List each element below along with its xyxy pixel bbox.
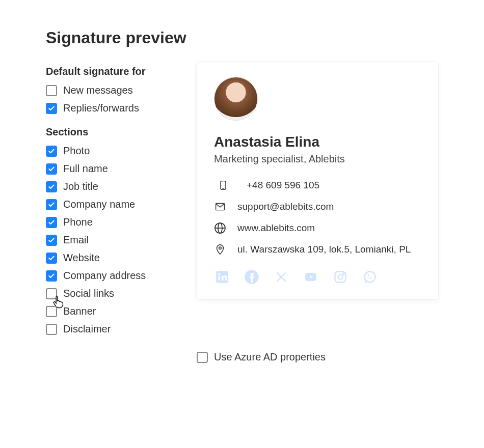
section-social-links-label: Social links: [63, 288, 114, 299]
section-full-name-label: Full name: [63, 163, 108, 175]
section-photo[interactable]: Photo: [46, 145, 178, 157]
section-job-title-label: Job title: [63, 181, 98, 192]
section-email-label: Email: [63, 234, 89, 246]
section-social-links-checkbox[interactable]: [46, 288, 57, 299]
defaults-list: New messagesReplies/forwards: [46, 85, 178, 114]
whatsapp-icon[interactable]: [362, 269, 378, 285]
sections-heading: Sections: [46, 126, 178, 138]
section-job-title[interactable]: Job title: [46, 181, 178, 192]
x-icon[interactable]: [273, 269, 289, 285]
section-company-address-checkbox[interactable]: [46, 270, 57, 282]
default-replies-forwards[interactable]: Replies/forwards: [46, 102, 178, 114]
section-email[interactable]: Email: [46, 234, 178, 246]
contact-address-row: ul. Warszawska 109, lok.5, Lomianki, PL: [214, 243, 421, 256]
section-disclaimer-label: Disclaimer: [63, 323, 111, 335]
default-replies-forwards-checkbox[interactable]: [46, 103, 57, 114]
section-company-name[interactable]: Company name: [46, 199, 178, 210]
instagram-icon[interactable]: [332, 269, 348, 285]
contact-address: ul. Warszawska 109, lok.5, Lomianki, PL: [237, 244, 411, 255]
svg-point-15: [365, 272, 375, 283]
location-icon: [214, 243, 226, 256]
section-photo-checkbox[interactable]: [46, 146, 57, 157]
phone-icon: [217, 179, 229, 191]
globe-icon: [214, 222, 226, 234]
section-banner-checkbox[interactable]: [46, 306, 57, 317]
svg-point-14: [343, 273, 344, 274]
section-company-name-checkbox[interactable]: [46, 199, 57, 210]
section-company-address[interactable]: Company address: [46, 270, 178, 282]
section-phone-checkbox[interactable]: [46, 217, 57, 228]
linkedin-icon[interactable]: [214, 269, 230, 285]
section-full-name-checkbox[interactable]: [46, 163, 57, 175]
section-banner-label: Banner: [63, 305, 96, 317]
default-replies-forwards-label: Replies/forwards: [63, 102, 139, 114]
svg-rect-8: [218, 276, 220, 281]
youtube-icon[interactable]: [303, 269, 319, 285]
avatar: [214, 77, 258, 121]
social-links-row: [214, 269, 421, 285]
section-photo-label: Photo: [63, 145, 90, 157]
section-phone[interactable]: Phone: [46, 216, 178, 228]
svg-point-9: [218, 273, 220, 275]
facebook-icon[interactable]: [244, 269, 260, 285]
section-full-name[interactable]: Full name: [46, 163, 178, 175]
azure-ad-checkbox[interactable]: [197, 352, 208, 363]
email-icon: [214, 201, 226, 213]
layout-columns: Default signature for New messagesReplie…: [46, 62, 438, 341]
default-new-messages[interactable]: New messages: [46, 85, 178, 96]
contact-email: support@ablebits.com: [237, 201, 334, 212]
section-job-title-checkbox[interactable]: [46, 181, 57, 192]
svg-point-13: [338, 274, 342, 279]
azure-ad-checkbox-row[interactable]: Use Azure AD properties: [197, 351, 438, 363]
section-phone-label: Phone: [63, 216, 93, 228]
section-disclaimer[interactable]: Disclaimer: [46, 323, 178, 335]
contact-email-row: support@ablebits.com: [214, 201, 421, 213]
sections-list: PhotoFull nameJob titleCompany namePhone…: [46, 145, 178, 335]
section-company-name-label: Company name: [63, 199, 135, 210]
sidebar: Default signature for New messagesReplie…: [46, 62, 178, 341]
signature-preview-card: Anastasia Elina Marketing specialist, Ab…: [197, 62, 438, 299]
contact-name: Anastasia Elina: [214, 134, 421, 150]
section-company-address-label: Company address: [63, 270, 146, 282]
section-website-label: Website: [63, 252, 100, 264]
contact-phone: +48 609 596 105: [247, 180, 319, 191]
contact-role: Marketing specialist, Ablebits: [214, 153, 421, 165]
section-banner[interactable]: Banner: [46, 305, 178, 317]
section-website-checkbox[interactable]: [46, 253, 57, 264]
defaults-heading: Default signature for: [46, 66, 178, 77]
contact-phone-row: +48 609 596 105: [214, 179, 421, 191]
page-title: Signature preview: [46, 29, 438, 47]
azure-ad-label: Use Azure AD properties: [214, 351, 326, 363]
default-new-messages-checkbox[interactable]: [46, 85, 57, 96]
section-disclaimer-checkbox[interactable]: [46, 324, 57, 335]
section-website[interactable]: Website: [46, 252, 178, 264]
section-social-links[interactable]: Social links: [46, 288, 178, 299]
signature-preview-panel: Signature preview Default signature for …: [20, 10, 459, 378]
section-email-checkbox[interactable]: [46, 235, 57, 246]
default-new-messages-label: New messages: [63, 85, 133, 96]
contact-website: www.ablebits.com: [237, 222, 315, 234]
contact-website-row: www.ablebits.com: [214, 222, 421, 234]
svg-point-6: [219, 247, 222, 249]
